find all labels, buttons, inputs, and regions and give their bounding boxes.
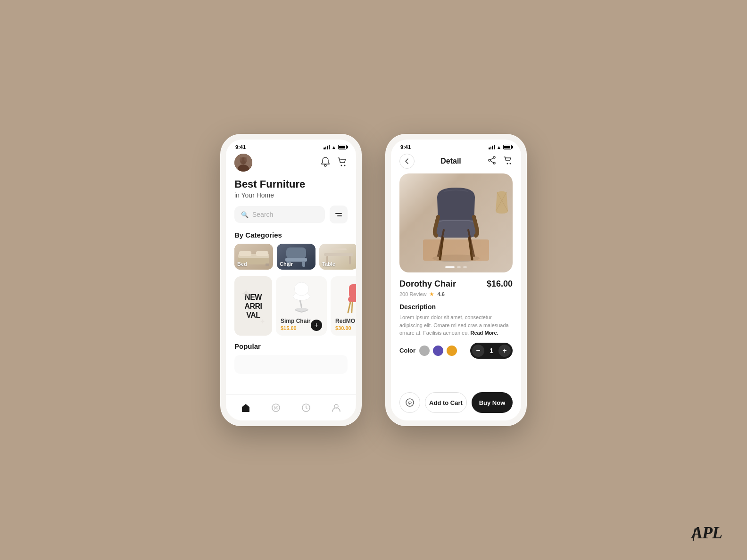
time-detail: 9:41 bbox=[400, 144, 411, 150]
svg-point-26 bbox=[294, 282, 308, 296]
review-count: 200 Review bbox=[399, 291, 426, 297]
svg-point-44 bbox=[406, 399, 414, 406]
svg-rect-11 bbox=[239, 251, 251, 256]
action-row: Add to Cart Buy Now bbox=[391, 392, 521, 420]
phone-detail: 9:41 ▲ Detail bbox=[385, 134, 527, 426]
color-section: Color bbox=[399, 346, 457, 356]
avatar[interactable] bbox=[234, 154, 252, 172]
svg-point-40 bbox=[506, 163, 508, 165]
svg-rect-28 bbox=[349, 284, 356, 298]
home-header bbox=[234, 152, 348, 178]
bottom-nav bbox=[226, 394, 356, 420]
nav-discount[interactable] bbox=[264, 400, 288, 416]
wifi-icon: ▲ bbox=[332, 145, 336, 150]
redmo-chair-image bbox=[335, 281, 356, 314]
search-icon: 🔍 bbox=[241, 211, 249, 218]
svg-line-30 bbox=[348, 302, 350, 313]
svg-rect-24 bbox=[331, 248, 347, 250]
qty-increase-btn[interactable]: + bbox=[498, 345, 511, 357]
detail-screen-title: Detail bbox=[440, 157, 461, 165]
quantity-control: − 1 + bbox=[470, 343, 513, 359]
svg-rect-12 bbox=[256, 251, 268, 256]
svg-point-3 bbox=[240, 157, 242, 162]
svg-line-32 bbox=[352, 302, 352, 313]
product-info: Dorothy Chair $16.00 200 Review ★ 4.6 De… bbox=[391, 272, 521, 392]
nav-profile[interactable] bbox=[324, 400, 348, 416]
redmo-chair-name: RedMO Chair bbox=[335, 318, 356, 324]
svg-point-38 bbox=[493, 162, 495, 164]
product-redmo-chair[interactable]: RedMO Chair $30.00 bbox=[331, 276, 356, 336]
header-icons bbox=[320, 156, 348, 169]
product-detail-price: $16.00 bbox=[487, 279, 513, 289]
color-yellow[interactable] bbox=[447, 346, 457, 356]
category-chair[interactable]: Chair bbox=[277, 244, 315, 270]
categories-title: By Categories bbox=[234, 231, 348, 239]
status-icons-home: ▲ bbox=[324, 145, 347, 150]
wifi-icon-detail: ▲ bbox=[497, 145, 501, 150]
battery-icon bbox=[338, 145, 347, 149]
svg-text:APL: APL bbox=[691, 523, 722, 542]
svg-point-6 bbox=[341, 165, 342, 166]
category-bed[interactable]: Bed bbox=[234, 244, 273, 270]
dot-3 bbox=[463, 266, 467, 268]
nav-orders[interactable] bbox=[294, 400, 318, 416]
svg-point-5 bbox=[324, 165, 326, 166]
svg-rect-29 bbox=[348, 296, 356, 302]
category-bed-label: Bed bbox=[237, 261, 247, 267]
color-gray[interactable] bbox=[419, 346, 430, 356]
color-label: Color bbox=[399, 347, 415, 354]
new-arrival-banner: ✦ ✦ NEWARRIVAL bbox=[234, 276, 272, 336]
detail-header: Detail bbox=[391, 152, 521, 173]
simp-chair-image bbox=[281, 281, 322, 314]
nav-home[interactable] bbox=[234, 400, 257, 416]
phones-container: 9:41 ▲ bbox=[220, 134, 527, 426]
watermark: APL bbox=[691, 519, 729, 547]
product-detail-name: Dorothy Chair bbox=[399, 279, 456, 289]
filter-icon bbox=[335, 213, 342, 216]
notification-icon[interactable] bbox=[320, 156, 331, 169]
category-table[interactable]: Table bbox=[319, 244, 356, 270]
add-to-cart-button[interactable]: Add to Cart bbox=[425, 392, 467, 413]
greeting-subtitle: in Your Home bbox=[234, 191, 348, 199]
product-simp-chair[interactable]: Simp Chair $15.00 + bbox=[276, 276, 327, 336]
filter-button[interactable] bbox=[330, 206, 348, 223]
review-row: 200 Review ★ 4.6 bbox=[399, 291, 513, 297]
rating: 4.6 bbox=[437, 291, 444, 297]
signal-icon-detail bbox=[489, 145, 495, 149]
description-title: Description bbox=[399, 303, 513, 311]
buy-now-button[interactable]: Buy Now bbox=[472, 392, 513, 413]
status-bar-detail: 9:41 ▲ bbox=[391, 140, 521, 152]
chat-button[interactable] bbox=[399, 392, 420, 413]
svg-point-41 bbox=[509, 163, 511, 165]
phone-home: 9:41 ▲ bbox=[220, 134, 362, 426]
star-icon: ★ bbox=[429, 291, 434, 297]
share-icon[interactable] bbox=[487, 156, 497, 167]
read-more-link[interactable]: Read More. bbox=[470, 330, 498, 336]
color-purple[interactable] bbox=[433, 346, 443, 356]
search-placeholder: Search bbox=[252, 211, 273, 218]
svg-rect-21 bbox=[324, 253, 353, 256]
popular-title: Popular bbox=[234, 342, 348, 350]
greeting-title: Best Furniture bbox=[234, 178, 348, 190]
redmo-chair-price: $30.00 bbox=[335, 325, 356, 331]
svg-point-39 bbox=[489, 159, 490, 161]
search-input[interactable]: 🔍 Search bbox=[234, 206, 325, 223]
svg-rect-23 bbox=[349, 256, 351, 264]
categories-row: Bed bbox=[234, 244, 348, 270]
back-button[interactable] bbox=[399, 154, 415, 169]
signal-icon bbox=[324, 145, 330, 149]
image-dots bbox=[445, 266, 467, 268]
qty-value: 1 bbox=[488, 347, 495, 354]
cart-icon-home[interactable] bbox=[337, 156, 348, 169]
svg-point-37 bbox=[493, 156, 495, 158]
popular-section: Popular bbox=[234, 342, 348, 374]
detail-header-icons bbox=[487, 156, 513, 167]
description-text: Lorem ipsum dolor sit amet, consectetur … bbox=[399, 313, 513, 337]
svg-point-4 bbox=[244, 157, 247, 162]
cart-icon-detail[interactable] bbox=[503, 156, 513, 167]
time-home: 9:41 bbox=[235, 144, 246, 150]
color-options bbox=[419, 346, 457, 356]
svg-rect-19 bbox=[302, 261, 305, 267]
new-arrivals-row: ✦ ✦ NEWARRIVAL bbox=[234, 276, 348, 336]
qty-decrease-btn[interactable]: − bbox=[472, 345, 484, 357]
